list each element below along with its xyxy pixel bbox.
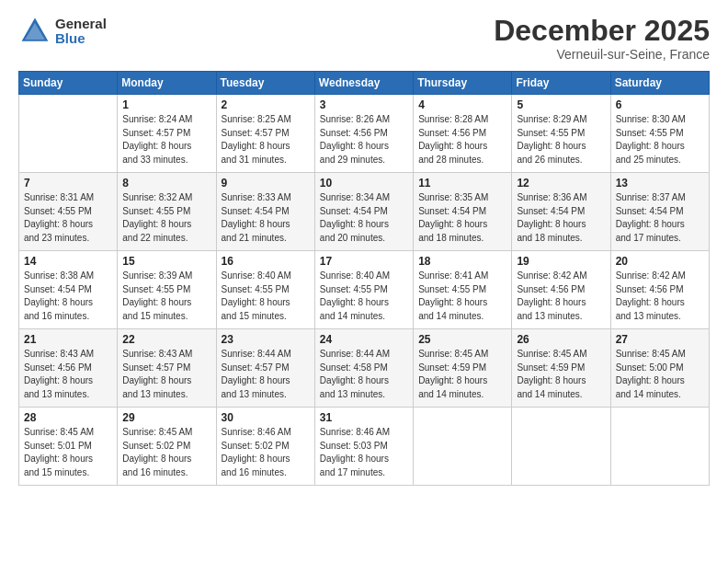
- day-number: 27: [616, 333, 704, 346]
- calendar-cell: 9Sunrise: 8:33 AMSunset: 4:54 PMDaylight…: [216, 173, 314, 251]
- calendar-week: 14Sunrise: 8:38 AMSunset: 4:54 PMDayligh…: [19, 251, 710, 329]
- day-number: 26: [517, 333, 605, 346]
- day-info: Sunrise: 8:42 AMSunset: 4:56 PMDaylight:…: [616, 270, 704, 323]
- weekday-header: Tuesday: [216, 72, 314, 95]
- day-number: 30: [222, 411, 310, 424]
- day-info: Sunrise: 8:42 AMSunset: 4:56 PMDaylight:…: [517, 270, 605, 323]
- day-info: Sunrise: 8:25 AMSunset: 4:57 PMDaylight:…: [222, 113, 310, 167]
- calendar-cell: [512, 408, 610, 486]
- day-info: Sunrise: 8:32 AMSunset: 4:55 PMDaylight:…: [122, 191, 210, 245]
- day-number: 21: [24, 333, 112, 346]
- calendar-cell: 23Sunrise: 8:44 AMSunset: 4:57 PMDayligh…: [216, 329, 314, 408]
- calendar-cell: [19, 95, 118, 173]
- day-number: 8: [122, 177, 210, 190]
- calendar-week: 1Sunrise: 8:24 AMSunset: 4:57 PMDaylight…: [19, 95, 710, 173]
- day-info: Sunrise: 8:45 AMSunset: 5:02 PMDaylight:…: [122, 426, 210, 479]
- header-row: SundayMondayTuesdayWednesdayThursdayFrid…: [19, 72, 710, 95]
- calendar-header: SundayMondayTuesdayWednesdayThursdayFrid…: [19, 72, 710, 95]
- day-number: 15: [122, 255, 210, 268]
- day-number: 4: [418, 98, 506, 111]
- day-number: 20: [616, 255, 704, 268]
- day-number: 18: [418, 255, 506, 268]
- day-info: Sunrise: 8:28 AMSunset: 4:56 PMDaylight:…: [418, 113, 506, 167]
- calendar-week: 21Sunrise: 8:43 AMSunset: 4:56 PMDayligh…: [19, 329, 710, 408]
- day-info: Sunrise: 8:30 AMSunset: 4:55 PMDaylight:…: [616, 113, 704, 167]
- calendar-cell: 25Sunrise: 8:45 AMSunset: 4:59 PMDayligh…: [414, 329, 512, 408]
- day-info: Sunrise: 8:35 AMSunset: 4:54 PMDaylight:…: [418, 191, 506, 245]
- day-info: Sunrise: 8:33 AMSunset: 4:54 PMDaylight:…: [222, 191, 310, 245]
- calendar-cell: 8Sunrise: 8:32 AMSunset: 4:55 PMDaylight…: [118, 173, 216, 251]
- calendar-week: 7Sunrise: 8:31 AMSunset: 4:55 PMDaylight…: [19, 173, 710, 251]
- day-info: Sunrise: 8:39 AMSunset: 4:55 PMDaylight:…: [122, 270, 210, 323]
- logo-text: General Blue: [55, 17, 107, 47]
- weekday-header: Monday: [118, 72, 216, 95]
- calendar-cell: 24Sunrise: 8:44 AMSunset: 4:58 PMDayligh…: [314, 329, 413, 408]
- calendar-cell: 19Sunrise: 8:42 AMSunset: 4:56 PMDayligh…: [512, 251, 610, 329]
- day-number: 10: [320, 177, 408, 190]
- header: General Blue December 2025 Verneuil-sur-…: [18, 15, 710, 62]
- calendar-cell: 1Sunrise: 8:24 AMSunset: 4:57 PMDaylight…: [118, 95, 216, 173]
- calendar-cell: 22Sunrise: 8:43 AMSunset: 4:57 PMDayligh…: [118, 329, 216, 408]
- day-info: Sunrise: 8:44 AMSunset: 4:58 PMDaylight:…: [320, 348, 408, 401]
- location: Verneuil-sur-Seine, France: [494, 47, 710, 62]
- calendar-cell: 30Sunrise: 8:46 AMSunset: 5:02 PMDayligh…: [216, 408, 314, 486]
- day-number: 19: [517, 255, 605, 268]
- day-number: 11: [418, 177, 506, 190]
- day-number: 1: [122, 98, 210, 111]
- page: General Blue December 2025 Verneuil-sur-…: [0, 0, 728, 563]
- day-number: 22: [122, 333, 210, 346]
- calendar-cell: 20Sunrise: 8:42 AMSunset: 4:56 PMDayligh…: [610, 251, 709, 329]
- day-info: Sunrise: 8:46 AMSunset: 5:02 PMDaylight:…: [222, 426, 310, 479]
- day-number: 29: [122, 411, 210, 424]
- logo-icon: [18, 15, 51, 48]
- calendar-cell: 31Sunrise: 8:46 AMSunset: 5:03 PMDayligh…: [314, 408, 413, 486]
- day-info: Sunrise: 8:40 AMSunset: 4:55 PMDaylight:…: [222, 270, 310, 323]
- calendar-cell: 17Sunrise: 8:40 AMSunset: 4:55 PMDayligh…: [314, 251, 413, 329]
- day-number: 24: [320, 333, 408, 346]
- day-info: Sunrise: 8:43 AMSunset: 4:57 PMDaylight:…: [122, 348, 210, 401]
- day-number: 9: [222, 177, 310, 190]
- day-number: 3: [320, 98, 408, 111]
- calendar-cell: 6Sunrise: 8:30 AMSunset: 4:55 PMDaylight…: [610, 95, 709, 173]
- day-number: 17: [320, 255, 408, 268]
- weekday-header: Saturday: [610, 72, 709, 95]
- month-title: December 2025: [494, 15, 710, 47]
- calendar-cell: 13Sunrise: 8:37 AMSunset: 4:54 PMDayligh…: [610, 173, 709, 251]
- calendar-cell: 16Sunrise: 8:40 AMSunset: 4:55 PMDayligh…: [216, 251, 314, 329]
- weekday-header: Wednesday: [314, 72, 413, 95]
- calendar-cell: 27Sunrise: 8:45 AMSunset: 5:00 PMDayligh…: [610, 329, 709, 408]
- calendar-cell: 18Sunrise: 8:41 AMSunset: 4:55 PMDayligh…: [414, 251, 512, 329]
- weekday-header: Friday: [512, 72, 610, 95]
- day-number: 7: [24, 177, 112, 190]
- day-info: Sunrise: 8:45 AMSunset: 5:01 PMDaylight:…: [24, 426, 112, 479]
- day-number: 23: [222, 333, 310, 346]
- day-info: Sunrise: 8:38 AMSunset: 4:54 PMDaylight:…: [24, 270, 112, 323]
- day-info: Sunrise: 8:41 AMSunset: 4:55 PMDaylight:…: [418, 270, 506, 323]
- calendar-cell: 15Sunrise: 8:39 AMSunset: 4:55 PMDayligh…: [118, 251, 216, 329]
- calendar-cell: 12Sunrise: 8:36 AMSunset: 4:54 PMDayligh…: [512, 173, 610, 251]
- day-info: Sunrise: 8:45 AMSunset: 4:59 PMDaylight:…: [517, 348, 605, 401]
- day-info: Sunrise: 8:46 AMSunset: 5:03 PMDaylight:…: [320, 426, 408, 479]
- calendar-cell: 5Sunrise: 8:29 AMSunset: 4:55 PMDaylight…: [512, 95, 610, 173]
- logo: General Blue: [18, 15, 107, 48]
- calendar-week: 28Sunrise: 8:45 AMSunset: 5:01 PMDayligh…: [19, 408, 710, 486]
- day-number: 16: [222, 255, 310, 268]
- day-info: Sunrise: 8:37 AMSunset: 4:54 PMDaylight:…: [616, 191, 704, 245]
- weekday-header: Thursday: [414, 72, 512, 95]
- day-info: Sunrise: 8:36 AMSunset: 4:54 PMDaylight:…: [517, 191, 605, 245]
- day-number: 12: [517, 177, 605, 190]
- day-number: 25: [418, 333, 506, 346]
- calendar-cell: [414, 408, 512, 486]
- calendar-body: 1Sunrise: 8:24 AMSunset: 4:57 PMDaylight…: [19, 95, 710, 486]
- day-info: Sunrise: 8:45 AMSunset: 4:59 PMDaylight:…: [418, 348, 506, 401]
- calendar-cell: 10Sunrise: 8:34 AMSunset: 4:54 PMDayligh…: [314, 173, 413, 251]
- day-info: Sunrise: 8:45 AMSunset: 5:00 PMDaylight:…: [616, 348, 704, 401]
- day-info: Sunrise: 8:34 AMSunset: 4:54 PMDaylight:…: [320, 191, 408, 245]
- day-number: 28: [24, 411, 112, 424]
- day-info: Sunrise: 8:44 AMSunset: 4:57 PMDaylight:…: [222, 348, 310, 401]
- day-info: Sunrise: 8:40 AMSunset: 4:55 PMDaylight:…: [320, 270, 408, 323]
- day-info: Sunrise: 8:43 AMSunset: 4:56 PMDaylight:…: [24, 348, 112, 401]
- calendar-cell: 29Sunrise: 8:45 AMSunset: 5:02 PMDayligh…: [118, 408, 216, 486]
- day-number: 6: [616, 98, 704, 111]
- calendar-cell: 28Sunrise: 8:45 AMSunset: 5:01 PMDayligh…: [19, 408, 118, 486]
